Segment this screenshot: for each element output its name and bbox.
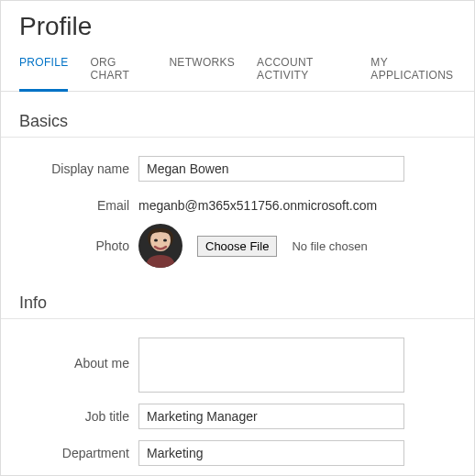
tab-org-chart[interactable]: ORG CHART (90, 49, 147, 91)
svg-point-3 (163, 239, 167, 242)
row-department: Department (1, 435, 474, 471)
svg-point-2 (154, 239, 158, 242)
label-department: Department (19, 440, 129, 460)
input-department[interactable] (138, 440, 404, 466)
input-about-me[interactable] (138, 338, 404, 393)
tab-networks[interactable]: NETWORKS (169, 49, 235, 91)
input-display-name[interactable] (138, 156, 404, 182)
tab-account-activity[interactable]: ACCOUNT ACTIVITY (257, 49, 348, 91)
row-display-name: Display name (1, 150, 474, 187)
label-email: Email (19, 193, 129, 213)
avatar-icon (138, 224, 182, 268)
row-location: Location (1, 471, 474, 476)
avatar (138, 224, 182, 268)
tab-profile[interactable]: PROFILE (19, 49, 68, 92)
tab-my-applications[interactable]: MY APPLICATIONS (370, 49, 456, 91)
file-status: No file chosen (292, 239, 367, 253)
label-job-title: Job title (19, 404, 129, 424)
tabs-bar: PROFILE ORG CHART NETWORKS ACCOUNT ACTIV… (1, 49, 474, 92)
row-photo: Photo Choose File No file chosen (1, 218, 474, 273)
page-title: Profile (1, 1, 474, 49)
section-info-title: Info (1, 273, 474, 319)
value-email: meganb@m365x511756.onmicrosoft.com (138, 193, 377, 213)
input-job-title[interactable] (138, 404, 404, 429)
row-email: Email meganb@m365x511756.onmicrosoft.com (1, 187, 474, 218)
choose-file-button[interactable]: Choose File (197, 236, 277, 257)
row-job-title: Job title (1, 398, 474, 435)
row-about-me: About me (1, 332, 474, 398)
label-photo: Photo (19, 238, 129, 253)
label-about-me: About me (19, 338, 129, 371)
label-display-name: Display name (19, 156, 129, 176)
section-basics-title: Basics (1, 92, 474, 138)
